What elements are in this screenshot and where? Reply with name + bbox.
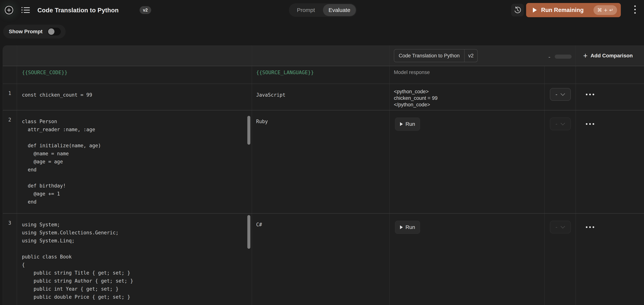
add-comparison-button[interactable]: + Add Comparison [583,46,633,66]
column-divider [576,46,576,305]
chevron-down-icon [560,123,565,125]
grade-dropdown[interactable]: - [550,88,571,101]
show-prompt-label: Show Prompt [9,28,42,34]
row-menu-button[interactable] [586,94,594,95]
plus-icon: + [583,52,588,59]
evaluation-table: Code Translation to Python v2 - + Add Co… [2,45,644,305]
prompt-list-button[interactable] [21,6,30,14]
prompt-version-number: v2 [464,49,478,62]
row-menu-button[interactable] [586,123,594,125]
list-icon [21,6,30,14]
kebab-dot [634,9,636,10]
aggregate-score-dash: - [548,53,550,60]
kebab-dot [589,226,591,228]
new-item-button[interactable] [4,5,14,15]
version-badge[interactable]: v2 [140,6,151,14]
run-label: Run [406,121,415,127]
kebab-dot [634,5,636,7]
play-icon [532,7,537,13]
kebab-dot [592,123,594,125]
grade-value: - [556,224,557,230]
source-language-cell[interactable]: JavaScript [256,91,286,99]
aggregate-score-pill[interactable] [555,54,572,59]
keyboard-shortcut-badge: ⌘ + ↵ [594,5,617,15]
kebab-dot [589,94,591,95]
run-row-button[interactable]: Run [395,118,420,131]
kebab-dot [634,12,636,14]
tab-prompt[interactable]: Prompt [289,7,323,13]
source-code-cell[interactable]: using System; using System.Collections.G… [22,221,133,301]
kebab-dot [586,226,588,228]
column-divider [544,66,545,305]
history-icon [514,6,521,14]
plus-circle-icon [4,5,14,15]
kebab-dot [592,94,594,95]
row-divider [3,83,644,84]
source-code-cell[interactable]: const chicken_count = 99 [22,91,92,99]
show-prompt-control: Show Prompt [3,25,66,38]
source-language-cell[interactable]: C# [256,221,262,229]
column-divider [389,46,390,305]
row-number: 3 [3,220,17,226]
prompt-evaluate-tabs: Prompt Evaluate [289,3,356,17]
run-label: Run [406,224,415,230]
run-remaining-button[interactable]: Run Remaining ⌘ + ↵ [526,3,621,17]
play-icon [400,225,403,229]
grade-value: - [556,121,557,127]
row-divider [3,110,644,110]
show-prompt-toggle[interactable] [47,28,61,35]
grade-value: - [556,92,557,97]
run-row-button[interactable]: Run [395,221,420,234]
kebab-dot [586,123,588,125]
column-header-model-response: Model response [394,69,430,75]
row-divider [3,213,644,214]
row-number: 1 [3,90,17,96]
source-language-cell[interactable]: Ruby [256,118,268,126]
column-divider [252,46,252,305]
tab-evaluate[interactable]: Evaluate [323,4,356,16]
row-divider [3,66,644,66]
kebab-dot [592,226,594,228]
comparison-header-row [3,46,644,66]
prompt-version-selector[interactable]: Code Translation to Python v2 [394,49,478,62]
column-header-source-language: {{SOURCE_LANGUAGE}} [256,69,314,75]
kebab-dot [589,123,591,125]
toggle-knob [48,28,54,35]
column-divider [17,46,17,305]
prompt-version-name: Code Translation to Python [394,49,464,62]
cell-scrollbar[interactable] [247,215,250,249]
overflow-menu-button[interactable] [634,5,636,14]
source-code-cell[interactable]: class Person attr_reader :name, :age def… [22,118,101,206]
history-button[interactable] [511,4,524,16]
play-icon [400,122,403,126]
add-comparison-label: Add Comparison [590,53,633,59]
row-number: 2 [3,117,17,123]
cell-scrollbar[interactable] [247,116,250,145]
page-title: Code Translation to Python [38,7,118,14]
column-header-source-code: {{SOURCE_CODE}} [22,69,68,75]
grade-dropdown-disabled[interactable]: - [550,221,571,233]
run-remaining-label: Run Remaining [541,7,584,13]
app-window: Code Translation to Python v2 Prompt Eva… [0,0,644,305]
row-menu-button[interactable] [586,226,594,228]
chevron-down-icon [560,93,565,96]
grade-dropdown-disabled[interactable]: - [550,118,571,130]
model-response-cell: <python_code> chicken_count = 99 </pytho… [394,88,438,108]
chevron-down-icon [560,226,565,229]
kebab-dot [586,94,588,95]
